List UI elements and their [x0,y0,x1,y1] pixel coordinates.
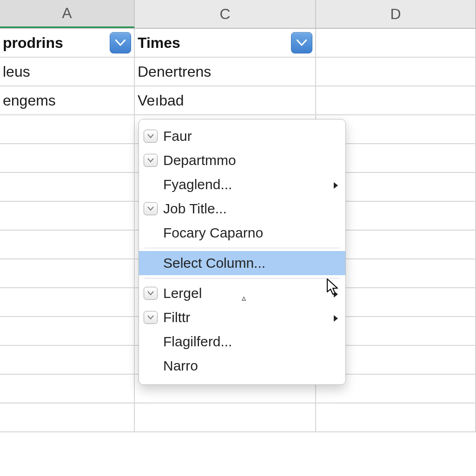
context-menu: Faur Departmmo Fyaglend... Job Title... … [139,119,346,385]
checkbox-icon [144,311,158,324]
table-row: leus Denertrens [0,58,476,86]
menu-item-job-title[interactable]: Job Title... [139,197,345,221]
menu-item-label: Job Title... [163,201,339,217]
cell[interactable] [0,403,135,431]
menu-item-narro[interactable]: Narro [139,354,345,378]
submenu-arrow-icon [333,285,339,301]
cell-a2[interactable]: leus [0,58,135,86]
cell-c2-text: Denertrens [138,63,211,80]
menu-separator [145,248,340,248]
cell-a1[interactable]: prodrins [0,29,135,57]
checkbox-icon [144,130,158,143]
column-header-strip: A C D [0,0,476,29]
column-header-d-label: D [390,6,401,23]
cell-c3[interactable]: Veıbad [135,86,316,114]
cell-a3-text: engems [3,92,56,109]
menu-item-flagilferd[interactable]: Flagilferd... [139,330,345,354]
column-header-c-label: C [219,6,230,23]
filter-dropdown-button[interactable] [291,32,312,53]
cell-c2[interactable]: Denertrens [135,58,316,86]
menu-item-label: Departmmo [163,152,339,168]
table-row: prodrins Times [0,29,476,58]
cell[interactable] [0,317,135,345]
cell-c1-text: Times [138,34,180,52]
chevron-down-icon [297,40,307,46]
submenu-arrow-icon [333,177,339,192]
menu-item-focary-caparno[interactable]: Focary Caparno [139,221,345,245]
cell-a1-text: prodrins [3,34,63,52]
column-header-d[interactable]: D [316,0,476,28]
menu-item-label: Filttr [163,310,333,325]
menu-item-fyaglend[interactable]: Fyaglend... [139,172,345,197]
column-header-a[interactable]: A [0,0,135,28]
menu-item-lergel[interactable]: Lergel [139,281,345,305]
menu-item-faur[interactable]: Faur [139,124,345,148]
menu-item-select-column[interactable]: Select Column... [139,251,345,275]
cell-d1[interactable] [316,29,476,57]
cell-c3-text: Veıbad [138,92,184,109]
cell[interactable] [0,288,135,316]
cell-d2[interactable] [316,58,476,86]
cell[interactable] [0,173,135,201]
menu-item-label: Flagilferd... [163,334,339,350]
cell[interactable] [0,202,135,230]
submenu-arrow-icon [333,310,339,325]
cell[interactable] [0,346,135,374]
cell[interactable] [316,403,476,431]
cell[interactable] [0,259,135,287]
cell[interactable] [0,144,135,172]
cell-c1[interactable]: Times [135,29,316,57]
cell-a2-text: leus [3,63,30,80]
column-header-c[interactable]: C [135,0,316,28]
menu-item-departmmo[interactable]: Departmmo [139,148,345,172]
menu-item-label: Select Column... [163,255,339,271]
cell[interactable] [0,375,135,403]
table-row: engems Veıbad [0,86,476,115]
menu-item-label: Faur [163,128,339,144]
menu-item-label: Narro [163,358,339,374]
checkbox-icon [144,287,158,300]
chevron-down-icon [115,40,126,46]
filter-dropdown-button[interactable] [110,32,131,53]
cell[interactable] [135,403,316,431]
cell[interactable] [0,115,135,143]
column-header-a-label: A [62,5,72,22]
checkbox-icon [144,154,158,167]
cell-a3[interactable]: engems [0,86,135,114]
checkbox-icon [144,202,158,215]
menu-separator [145,278,340,278]
menu-item-label: Focary Caparno [163,225,339,241]
cell[interactable] [0,231,135,258]
menu-item-filttr[interactable]: Filttr [139,305,345,330]
menu-item-label: Fyaglend... [163,177,333,192]
cell-d3[interactable] [316,86,476,114]
table-row [0,403,476,432]
menu-item-label: Lergel [163,285,333,301]
